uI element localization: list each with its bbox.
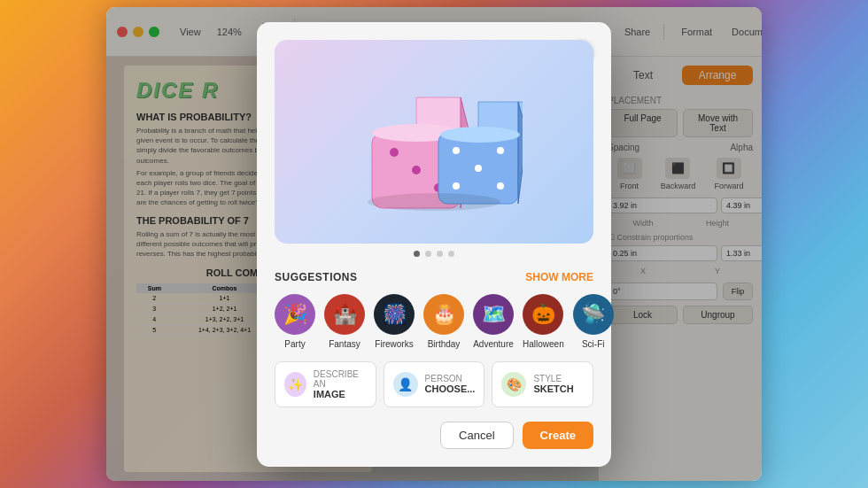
svg-point-16 <box>368 193 500 211</box>
svg-marker-9 <box>518 102 523 204</box>
describe-value: IMAGE <box>314 389 367 399</box>
birthday-icon: 🎂 <box>423 294 464 335</box>
describe-text: DESCRIBE AN IMAGE <box>314 369 367 399</box>
describe-label: DESCRIBE AN <box>314 369 367 389</box>
dot-3[interactable] <box>437 251 443 257</box>
style-value: SKETCH <box>533 383 573 394</box>
party-label: Party <box>284 339 305 349</box>
suggestions-grid: 🎉 Party 🏰 Fantasy 🎆 Fireworks 🎂 Birthday… <box>275 294 593 349</box>
svg-point-13 <box>475 165 482 172</box>
person-text: PERSON CHOOSE... <box>425 374 476 394</box>
fireworks-label: Fireworks <box>375 339 413 349</box>
modal-dialog: ••• <box>257 22 611 467</box>
style-text: STYLE SKETCH <box>533 374 573 394</box>
svg-point-12 <box>497 147 504 154</box>
svg-point-10 <box>440 127 520 143</box>
suggestion-fantasy[interactable]: 🏰 Fantasy <box>324 294 365 349</box>
create-button[interactable]: Create <box>523 422 593 449</box>
dot-2[interactable] <box>425 251 431 257</box>
fantasy-label: Fantasy <box>329 339 360 349</box>
svg-point-11 <box>453 147 460 154</box>
suggestion-scifi[interactable]: 🛸 Sci-Fi <box>573 294 614 349</box>
dot-1[interactable] <box>414 251 420 257</box>
describe-image-option[interactable]: ✨ DESCRIBE AN IMAGE <box>275 361 376 407</box>
person-option[interactable]: 👤 PERSON CHOOSE... <box>384 361 485 407</box>
show-more-button[interactable]: SHOW MORE <box>525 271 593 283</box>
person-value: CHOOSE... <box>425 383 476 394</box>
suggestion-birthday[interactable]: 🎂 Birthday <box>423 294 464 349</box>
pagination-dots <box>275 251 593 257</box>
mac-window: View 124% Add Page Insert Table Chart Te… <box>106 7 762 481</box>
birthday-label: Birthday <box>428 339 461 349</box>
suggestion-fireworks[interactable]: 🎆 Fireworks <box>374 294 415 349</box>
dice-illustration <box>345 71 523 213</box>
describe-icon: ✨ <box>284 372 306 397</box>
style-label: STYLE <box>533 374 573 383</box>
suggestion-adventure[interactable]: 🗺️ Adventure <box>473 294 514 349</box>
image-preview <box>275 40 593 244</box>
action-options: ✨ DESCRIBE AN IMAGE 👤 PERSON CHOOSE... 🎨 <box>275 361 593 407</box>
halloween-icon: 🎃 <box>523 294 563 335</box>
person-icon: 👤 <box>393 372 418 397</box>
style-icon: 🎨 <box>501 372 526 397</box>
fantasy-icon: 🏰 <box>324 294 365 335</box>
halloween-label: Halloween <box>523 339 564 349</box>
svg-point-15 <box>497 182 504 190</box>
cancel-button[interactable]: Cancel <box>440 422 513 449</box>
suggestions-header: SUGGESTIONS SHOW MORE <box>275 271 593 283</box>
adventure-label: Adventure <box>473 339 514 349</box>
adventure-icon: 🗺️ <box>473 294 514 335</box>
modal-footer: Cancel Create <box>275 422 593 449</box>
svg-point-4 <box>390 148 399 157</box>
suggestion-party[interactable]: 🎉 Party <box>275 294 315 349</box>
party-icon: 🎉 <box>275 294 315 335</box>
svg-point-5 <box>412 166 421 174</box>
modal-overlay: ••• <box>106 7 762 481</box>
style-option[interactable]: 🎨 STYLE SKETCH <box>492 361 593 407</box>
person-label: PERSON <box>425 374 476 383</box>
suggestion-halloween[interactable]: 🎃 Halloween <box>523 294 564 349</box>
suggestions-title: SUGGESTIONS <box>275 271 358 283</box>
scifi-icon: 🛸 <box>573 294 614 335</box>
dot-4[interactable] <box>448 251 454 257</box>
scifi-label: Sci-Fi <box>582 339 605 349</box>
fireworks-icon: 🎆 <box>374 294 415 335</box>
svg-point-14 <box>453 182 460 190</box>
